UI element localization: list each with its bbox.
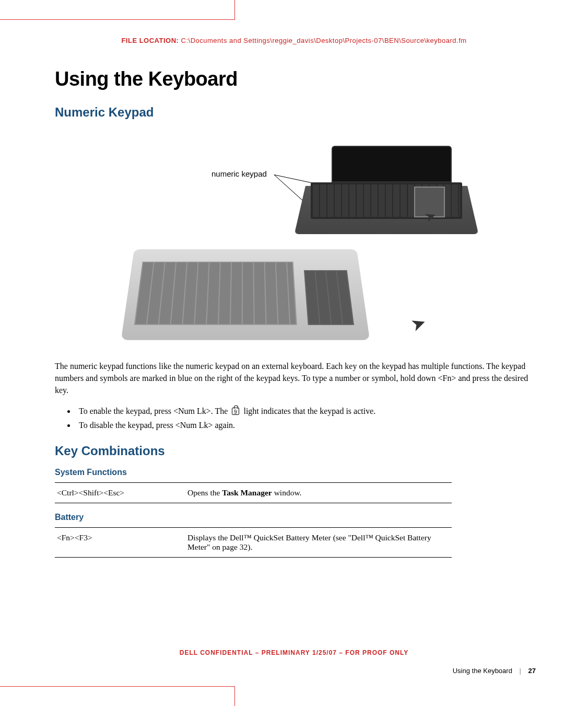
file-location-path: C:\Documents and Settings\reggie_davis\D… bbox=[181, 37, 467, 44]
file-location-line: FILE LOCATION: C:\Documents and Settings… bbox=[0, 37, 588, 44]
list-item: To disable the keypad, press <Num Lk> ag… bbox=[76, 418, 535, 432]
desc-post: window. bbox=[272, 488, 302, 497]
bullet-list: To enable the keypad, press <Num Lk>. Th… bbox=[76, 404, 535, 432]
footer-page-number: 27 bbox=[528, 667, 536, 675]
callout-numeric-keypad: numeric keypad bbox=[211, 169, 267, 178]
crop-mark-bottom bbox=[0, 686, 235, 706]
file-location-label: FILE LOCATION: bbox=[121, 37, 179, 44]
table-row: <Ctrl><Shift><Esc> Opens the Task Manage… bbox=[55, 482, 452, 503]
subheading-system-functions: System Functions bbox=[55, 468, 535, 477]
page-footer: Using the Keyboard | 27 bbox=[453, 667, 536, 675]
cursor-icon: ➤ bbox=[408, 311, 429, 335]
page-root: FILE LOCATION: C:\Documents and Settings… bbox=[0, 0, 588, 706]
section-heading-key-combinations: Key Combinations bbox=[55, 444, 535, 458]
footer-separator: | bbox=[520, 667, 521, 675]
desktop-numpad bbox=[304, 270, 354, 325]
table-row: <Fn><F3> Displays the Dell™ QuickSet Bat… bbox=[55, 527, 452, 557]
key-combo-cell: <Fn><F3> bbox=[55, 527, 185, 557]
bullet-text-post: light indicates that the keypad is activ… bbox=[243, 407, 375, 415]
footer-section: Using the Keyboard bbox=[453, 667, 512, 675]
bullet-text: To disable the keypad, press <Num Lk> ag… bbox=[79, 421, 235, 430]
system-functions-table: <Ctrl><Shift><Esc> Opens the Task Manage… bbox=[55, 482, 452, 503]
crop-mark-top bbox=[0, 0, 235, 20]
confidential-footer: DELL CONFIDENTIAL – PRELIMINARY 1/25/07 … bbox=[0, 649, 588, 656]
bullet-text-pre: To enable the keypad, press <Num Lk>. Th… bbox=[79, 407, 230, 415]
battery-table: <Fn><F3> Displays the Dell™ QuickSet Bat… bbox=[55, 527, 452, 558]
keypad-figure: numeric keypad ➤ ➤ bbox=[97, 135, 493, 344]
key-combo-cell: <Ctrl><Shift><Esc> bbox=[55, 482, 185, 503]
page-title: Using the Keyboard bbox=[55, 68, 535, 90]
desktop-main-keys bbox=[134, 262, 297, 325]
numlock-icon bbox=[232, 408, 239, 415]
laptop-screen bbox=[332, 146, 452, 182]
desc-bold: Task Manager bbox=[222, 488, 272, 497]
desc-pre: Opens the bbox=[187, 488, 222, 497]
laptop-illustration: ➤ bbox=[300, 146, 473, 245]
desktop-keyboard-illustration bbox=[121, 249, 370, 340]
numeric-keypad-paragraph: The numeric keypad functions like the nu… bbox=[55, 360, 535, 397]
section-heading-numeric-keypad: Numeric Keypad bbox=[55, 105, 535, 120]
description-cell: Displays the Dell™ QuickSet Battery Mete… bbox=[185, 527, 452, 557]
list-item: To enable the keypad, press <Num Lk>. Th… bbox=[76, 404, 535, 418]
description-cell: Opens the Task Manager window. bbox=[185, 482, 452, 503]
subheading-battery: Battery bbox=[55, 513, 535, 522]
content-area: Using the Keyboard Numeric Keypad numeri… bbox=[55, 68, 535, 562]
